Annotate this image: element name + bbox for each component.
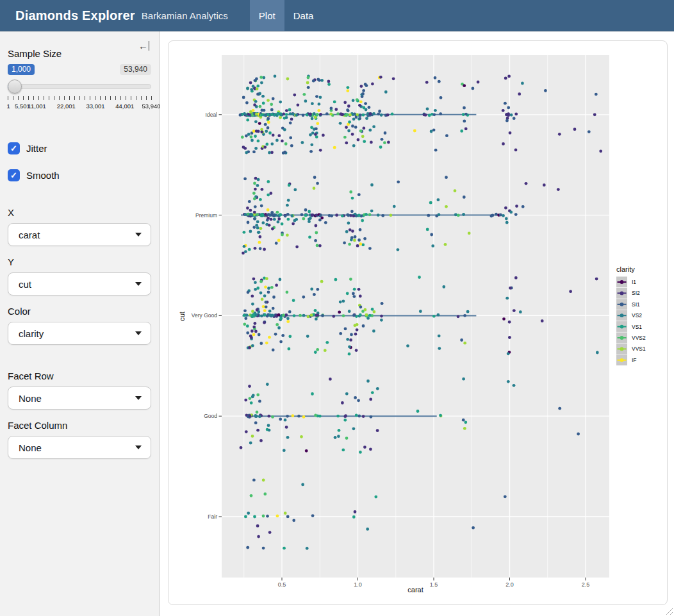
- svg-text:VVS1: VVS1: [632, 345, 646, 352]
- collapse-sidebar-icon-bar: [149, 41, 149, 51]
- select-y-label: Y: [8, 256, 151, 267]
- slider-handle[interactable]: [8, 79, 22, 94]
- legend: clarityI1SI2SI1VS2VS1VVS2VVS1IF: [616, 265, 646, 365]
- svg-text:IF: IF: [632, 357, 637, 363]
- sample-size-slider[interactable]: [8, 79, 151, 94]
- checkbox-smooth[interactable]: ✓ Smooth: [8, 169, 151, 181]
- svg-text:0.5: 0.5: [278, 581, 286, 588]
- svg-text:Ideal: Ideal: [206, 112, 218, 118]
- slider-tick-label: 22,001: [57, 103, 76, 110]
- tab-data[interactable]: Data: [284, 0, 323, 31]
- app-title: Diamonds Explorer: [15, 8, 135, 23]
- sample-size-label: Sample Size: [8, 48, 151, 59]
- slider-value-badge: 1,000: [8, 64, 35, 75]
- checkbox-smooth-label: Smooth: [26, 170, 60, 181]
- checkbox-smooth-box[interactable]: ✓: [8, 169, 20, 181]
- x-axis-title: carat: [407, 586, 423, 594]
- select-y[interactable]: cut: [8, 272, 151, 296]
- svg-text:Fair: Fair: [208, 513, 217, 520]
- svg-text:Premium: Premium: [195, 212, 217, 219]
- y-axis-title: cut: [178, 312, 186, 321]
- navbar-brand: Diamonds Explorer Barkamian Analytics: [0, 0, 228, 31]
- resize-handle-icon[interactable]: [664, 606, 673, 615]
- svg-text:2.5: 2.5: [582, 581, 590, 588]
- svg-text:SI2: SI2: [632, 290, 640, 296]
- select-color-label: Color: [8, 306, 151, 317]
- slider-ruler-labels: 15,50111,00122,00133,00144,00153,940: [8, 103, 151, 110]
- legend-title: clarity: [616, 265, 635, 273]
- select-color[interactable]: clarity: [8, 322, 151, 345]
- select-facet-row-label: Facet Row: [8, 370, 151, 381]
- slider-ruler: [8, 96, 151, 101]
- checkbox-jitter-label: Jitter: [26, 143, 47, 154]
- select-facet-column-value: None: [19, 442, 42, 453]
- select-x[interactable]: carat: [8, 223, 151, 246]
- select-y-value: cut: [19, 279, 31, 290]
- slider-tick-label: 33,001: [86, 103, 105, 110]
- svg-text:1.0: 1.0: [354, 581, 362, 588]
- collapse-sidebar-button[interactable]: ←: [138, 40, 149, 51]
- plot-card: 0.51.01.52.02.5FairGoodVery GoodPremiumI…: [168, 40, 668, 605]
- check-icon: ✓: [10, 144, 17, 153]
- svg-text:Very Good: Very Good: [192, 312, 217, 319]
- svg-text:2.0: 2.0: [506, 581, 514, 588]
- slider-track[interactable]: [8, 84, 151, 89]
- checkbox-jitter-box[interactable]: ✓: [8, 142, 20, 154]
- main-content: 0.51.01.52.02.5FairGoodVery GoodPremiumI…: [160, 31, 674, 616]
- check-icon: ✓: [10, 171, 17, 180]
- select-x-value: carat: [19, 229, 40, 240]
- slider-tick-label: 44,001: [115, 103, 134, 110]
- collapse-sidebar-icon: ←: [138, 40, 148, 51]
- svg-text:Good: Good: [204, 413, 217, 419]
- svg-text:VS2: VS2: [632, 312, 642, 319]
- select-color-value: clarity: [19, 328, 44, 339]
- select-x-label: X: [8, 207, 151, 218]
- chevron-down-icon: [135, 282, 142, 286]
- app-subtitle: Barkamian Analytics: [142, 10, 228, 21]
- svg-text:1.5: 1.5: [430, 581, 438, 588]
- sidebar: ← Sample Size 1,000 53,940 15,50111,0012…: [0, 31, 160, 616]
- chevron-down-icon: [135, 331, 142, 335]
- chevron-down-icon: [135, 233, 142, 237]
- slider-tick-label: 11,001: [28, 103, 45, 110]
- select-facet-column-label: Facet Column: [8, 420, 151, 431]
- select-facet-row-value: None: [19, 393, 42, 404]
- tab-plot[interactable]: Plot: [250, 0, 284, 31]
- checkbox-jitter[interactable]: ✓ Jitter: [8, 142, 151, 154]
- select-facet-row[interactable]: None: [8, 387, 151, 410]
- navbar: Diamonds Explorer Barkamian Analytics Pl…: [0, 0, 674, 31]
- select-facet-column[interactable]: None: [8, 436, 151, 459]
- diamonds-plot: 0.51.01.52.02.5FairGoodVery GoodPremiumI…: [168, 41, 667, 604]
- slider-tick-label: 1: [6, 103, 10, 110]
- svg-text:VS1: VS1: [632, 324, 642, 330]
- nav-tabs: Plot Data: [250, 0, 323, 31]
- svg-text:I1: I1: [632, 279, 636, 285]
- slider-max-badge: 53,940: [120, 64, 151, 75]
- svg-text:VVS2: VVS2: [632, 335, 646, 341]
- chevron-down-icon: [135, 396, 142, 400]
- chevron-down-icon: [135, 445, 142, 449]
- svg-text:SI1: SI1: [632, 301, 640, 308]
- slider-tick-label: 53,940: [142, 103, 160, 110]
